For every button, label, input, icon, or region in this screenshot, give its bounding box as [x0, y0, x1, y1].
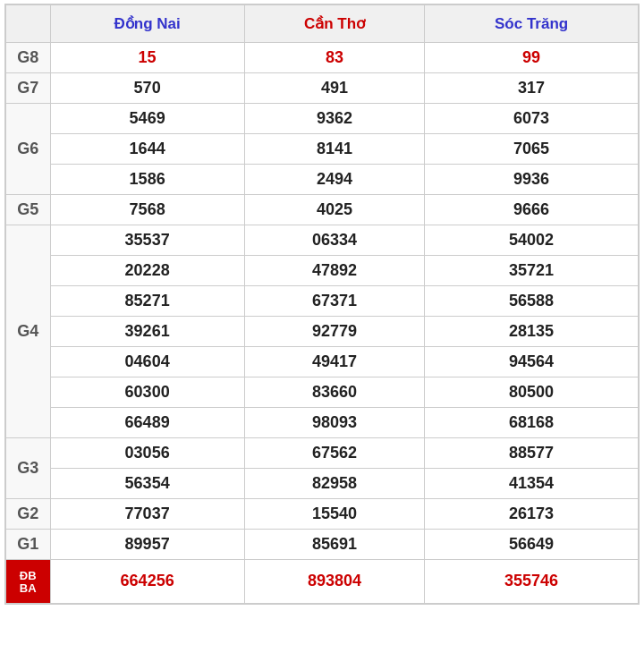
prize-value: 60300 [50, 377, 244, 408]
header-label [5, 4, 50, 43]
dong-nai-value: 89957 [50, 530, 244, 560]
dong-nai-value: 77037 [50, 499, 244, 530]
dong-nai-value: 570 [50, 73, 244, 104]
prize-value: 9936 [425, 165, 639, 195]
prize-value: 47892 [244, 256, 424, 286]
prize-value: 83660 [244, 377, 424, 408]
prize-value: 20228 [50, 256, 244, 286]
prize-label: G3 [5, 438, 50, 499]
prize-label: ĐBBA [5, 560, 50, 604]
soc-trang-value: 26173 [425, 499, 639, 530]
prize-value: 28135 [425, 317, 639, 347]
prize-value: 5469 [50, 104, 244, 134]
header-dong-nai: Đồng Nai [50, 4, 244, 43]
can-tho-value: 85691 [244, 530, 424, 560]
can-tho-value: 491 [244, 73, 424, 104]
soc-trang-value: 56649 [425, 530, 639, 560]
prize-value: 7065 [425, 134, 639, 165]
header-can-tho: Cần Thơ [244, 4, 424, 43]
prize-value: 8141 [244, 134, 424, 165]
can-tho-value: 4025 [244, 195, 424, 225]
prize-label: G1 [5, 530, 50, 560]
prize-value: 66489 [50, 408, 244, 438]
prize-value: 85271 [50, 286, 244, 317]
prize-value: 68168 [425, 408, 639, 438]
prize-value: 06334 [244, 225, 424, 256]
prize-value: 49417 [244, 347, 424, 377]
lottery-results-table: Đồng Nai Cần Thơ Sóc Trăng G8158399G7570… [4, 4, 640, 605]
prize-value: 92779 [244, 317, 424, 347]
soc-trang-value: 317 [425, 73, 639, 104]
prize-value: 67562 [244, 438, 424, 469]
prize-value: 67371 [244, 286, 424, 317]
prize-value: 80500 [425, 377, 639, 408]
prize-value: 39261 [50, 317, 244, 347]
prize-value: 56588 [425, 286, 639, 317]
prize-value: 94564 [425, 347, 639, 377]
prize-label: G6 [5, 104, 50, 195]
prize-label: G8 [5, 43, 50, 73]
soc-trang-value: 9666 [425, 195, 639, 225]
prize-value: 41354 [425, 469, 639, 499]
prize-value: 35537 [50, 225, 244, 256]
dong-nai-value: 664256 [50, 560, 244, 604]
dong-nai-value: 15 [50, 43, 244, 73]
soc-trang-value: 355746 [425, 560, 639, 604]
can-tho-value: 893804 [244, 560, 424, 604]
prize-label: G4 [5, 225, 50, 438]
prize-value: 82958 [244, 469, 424, 499]
prize-value: 98093 [244, 408, 424, 438]
header-soc-trang: Sóc Trăng [425, 4, 639, 43]
dong-nai-value: 7568 [50, 195, 244, 225]
can-tho-value: 15540 [244, 499, 424, 530]
prize-value: 35721 [425, 256, 639, 286]
can-tho-value: 83 [244, 43, 424, 73]
soc-trang-value: 99 [425, 43, 639, 73]
prize-value: 9362 [244, 104, 424, 134]
prize-label: G2 [5, 499, 50, 530]
prize-value: 1586 [50, 165, 244, 195]
prize-label: G7 [5, 73, 50, 104]
prize-label: G5 [5, 195, 50, 225]
prize-value: 03056 [50, 438, 244, 469]
prize-value: 6073 [425, 104, 639, 134]
prize-value: 1644 [50, 134, 244, 165]
prize-value: 2494 [244, 165, 424, 195]
prize-value: 04604 [50, 347, 244, 377]
prize-value: 54002 [425, 225, 639, 256]
prize-value: 88577 [425, 438, 639, 469]
prize-value: 56354 [50, 469, 244, 499]
